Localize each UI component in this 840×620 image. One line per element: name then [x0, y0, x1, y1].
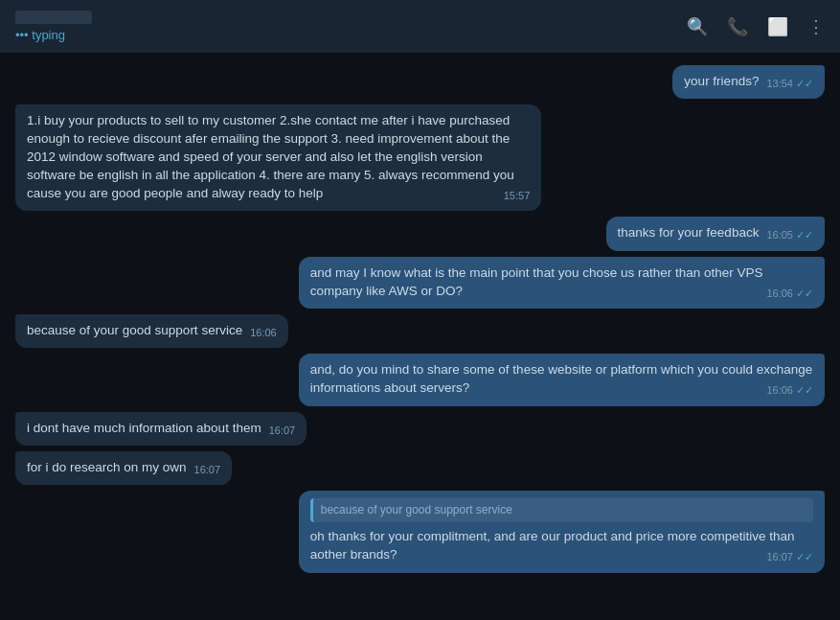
message-bubble: and may I know what is the main point th…: [299, 257, 825, 309]
message-bubble: for i do research on my own16:07: [15, 451, 232, 485]
typing-status: ••• typing: [15, 28, 687, 42]
message-text: and may I know what is the main point th…: [310, 265, 763, 298]
message-row: because of your good support service16:0…: [15, 314, 825, 348]
phone-icon[interactable]: 📞: [727, 16, 748, 37]
message-row: and, do you mind to share some of these …: [15, 354, 825, 405]
message-text: your friends?: [684, 74, 759, 88]
message-bubble: i dont have much information about them1…: [15, 412, 306, 446]
message-time: 16:06: [766, 383, 813, 398]
message-time: 16:07: [194, 463, 221, 477]
header-actions: 🔍 📞 ⬜ ⋮: [687, 16, 825, 37]
message-bubble: thanks for your feedback16:05: [606, 217, 825, 250]
message-text: 1.i buy your products to sell to my cust…: [27, 113, 514, 200]
message-time: 16:05: [766, 228, 813, 242]
message-bubble: and, do you mind to share some of these …: [299, 354, 825, 405]
message-time: 16:07: [766, 550, 813, 564]
message-text: because of your good support service: [27, 323, 242, 337]
contact-name-placeholder: [15, 11, 92, 24]
message-text: and, do you mind to share some of these …: [310, 362, 813, 395]
more-options-icon[interactable]: ⋮: [807, 16, 825, 37]
message-time: 13:54: [766, 77, 813, 91]
search-icon[interactable]: 🔍: [687, 16, 708, 37]
header-contact-info: ••• typing: [15, 11, 687, 42]
message-row: 1.i buy your products to sell to my cust…: [15, 104, 825, 211]
message-row: for i do research on my own16:07: [15, 451, 825, 485]
message-time: 16:07: [269, 424, 296, 438]
message-text: thanks for your feedback: [618, 225, 760, 240]
reply-preview: because of your good support service: [310, 498, 813, 522]
message-time: 15:57: [504, 189, 531, 203]
chat-header: ••• typing 🔍 📞 ⬜ ⋮: [0, 0, 840, 54]
message-text: for i do research on my own: [27, 460, 187, 474]
message-row: and may I know what is the main point th…: [15, 257, 825, 309]
message-time: 16:06: [766, 287, 813, 301]
chat-messages: your friends?13:541.i buy your products …: [0, 54, 840, 620]
message-row: i dont have much information about them1…: [15, 412, 825, 446]
message-bubble: your friends?13:54: [672, 65, 825, 99]
message-bubble: because of your good support serviceoh t…: [299, 491, 825, 572]
message-bubble: because of your good support service16:0…: [15, 314, 288, 348]
message-text: oh thanks for your complitment, and are …: [310, 529, 795, 562]
message-text: i dont have much information about them: [27, 421, 261, 435]
message-bubble: 1.i buy your products to sell to my cust…: [15, 104, 541, 211]
tablet-icon[interactable]: ⬜: [767, 16, 788, 37]
message-time: 16:06: [250, 326, 277, 340]
message-row: thanks for your feedback16:05: [15, 217, 825, 250]
message-row: because of your good support serviceoh t…: [15, 491, 825, 572]
message-row: your friends?13:54: [15, 65, 825, 99]
